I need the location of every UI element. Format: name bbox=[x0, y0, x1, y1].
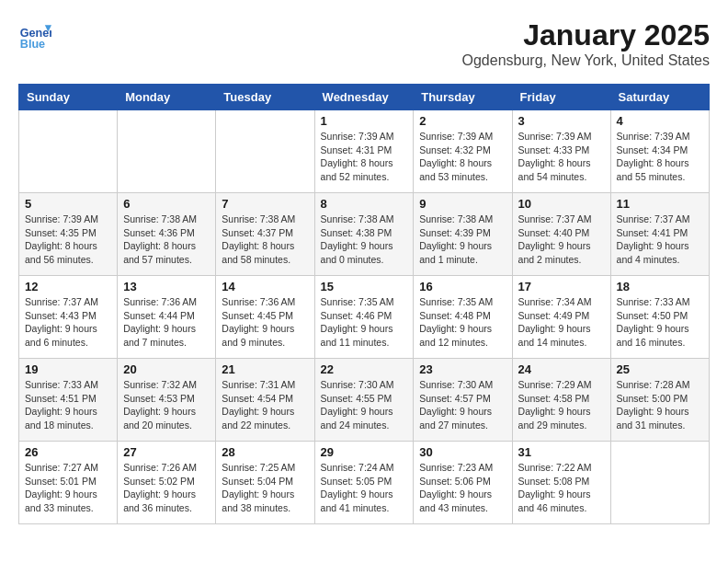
day-number: 22 bbox=[321, 362, 408, 376]
day-info: Sunrise: 7:39 AM Sunset: 4:33 PM Dayligh… bbox=[518, 130, 605, 184]
day-info: Sunrise: 7:31 AM Sunset: 4:54 PM Dayligh… bbox=[222, 378, 308, 432]
day-number: 18 bbox=[617, 280, 703, 293]
day-number: 4 bbox=[617, 114, 703, 128]
day-number: 16 bbox=[419, 280, 506, 293]
calendar-cell: 27Sunrise: 7:26 AM Sunset: 5:02 PM Dayli… bbox=[118, 442, 216, 524]
calendar-week-2: 5Sunrise: 7:39 AM Sunset: 4:35 PM Daylig… bbox=[19, 193, 710, 276]
day-info: Sunrise: 7:30 AM Sunset: 4:57 PM Dayligh… bbox=[419, 378, 506, 432]
day-number: 8 bbox=[321, 197, 408, 211]
calendar-cell: 4Sunrise: 7:39 AM Sunset: 4:34 PM Daylig… bbox=[610, 110, 709, 193]
day-number: 21 bbox=[222, 362, 308, 376]
calendar-cell: 13Sunrise: 7:36 AM Sunset: 4:44 PM Dayli… bbox=[118, 276, 216, 359]
header-sunday: Sunday bbox=[19, 85, 118, 110]
calendar-cell: 11Sunrise: 7:37 AM Sunset: 4:41 PM Dayli… bbox=[610, 193, 709, 276]
calendar-cell: 6Sunrise: 7:38 AM Sunset: 4:36 PM Daylig… bbox=[118, 193, 216, 276]
calendar-week-4: 19Sunrise: 7:33 AM Sunset: 4:51 PM Dayli… bbox=[19, 359, 710, 442]
day-info: Sunrise: 7:36 AM Sunset: 4:45 PM Dayligh… bbox=[222, 295, 308, 350]
calendar-cell: 18Sunrise: 7:33 AM Sunset: 4:50 PM Dayli… bbox=[610, 276, 709, 359]
calendar-cell bbox=[19, 110, 118, 193]
day-info: Sunrise: 7:37 AM Sunset: 4:41 PM Dayligh… bbox=[617, 213, 703, 267]
day-info: Sunrise: 7:25 AM Sunset: 5:04 PM Dayligh… bbox=[222, 461, 308, 515]
header-monday: Monday bbox=[118, 85, 216, 110]
header-saturday: Saturday bbox=[610, 85, 709, 110]
day-number: 27 bbox=[123, 445, 210, 459]
day-number: 15 bbox=[321, 280, 408, 293]
day-info: Sunrise: 7:38 AM Sunset: 4:38 PM Dayligh… bbox=[321, 213, 408, 267]
day-number: 13 bbox=[123, 280, 210, 293]
title-block: January 2025 Ogdensburg, New York, Unite… bbox=[462, 18, 711, 69]
calendar-cell: 16Sunrise: 7:35 AM Sunset: 4:48 PM Dayli… bbox=[414, 276, 512, 359]
day-info: Sunrise: 7:28 AM Sunset: 5:00 PM Dayligh… bbox=[617, 378, 703, 432]
calendar-cell: 25Sunrise: 7:28 AM Sunset: 5:00 PM Dayli… bbox=[610, 359, 709, 442]
day-number: 10 bbox=[518, 197, 605, 211]
calendar-cell bbox=[118, 110, 216, 193]
day-number: 6 bbox=[123, 197, 210, 211]
day-number: 20 bbox=[123, 362, 210, 376]
calendar-cell: 29Sunrise: 7:24 AM Sunset: 5:05 PM Dayli… bbox=[314, 442, 414, 524]
calendar-week-1: 1Sunrise: 7:39 AM Sunset: 4:31 PM Daylig… bbox=[19, 110, 710, 193]
day-number: 5 bbox=[25, 197, 111, 211]
day-info: Sunrise: 7:24 AM Sunset: 5:05 PM Dayligh… bbox=[321, 461, 408, 515]
day-number: 23 bbox=[419, 362, 506, 376]
day-number: 17 bbox=[518, 280, 605, 293]
day-info: Sunrise: 7:29 AM Sunset: 4:58 PM Dayligh… bbox=[518, 378, 605, 432]
header-row: Sunday Monday Tuesday Wednesday Thursday… bbox=[19, 85, 710, 110]
calendar-cell: 3Sunrise: 7:39 AM Sunset: 4:33 PM Daylig… bbox=[512, 110, 610, 193]
header-tuesday: Tuesday bbox=[216, 85, 314, 110]
calendar-table: Sunday Monday Tuesday Wednesday Thursday… bbox=[18, 84, 710, 524]
day-info: Sunrise: 7:32 AM Sunset: 4:53 PM Dayligh… bbox=[123, 378, 210, 432]
day-number: 24 bbox=[518, 362, 605, 376]
day-number: 30 bbox=[419, 445, 506, 459]
calendar-cell bbox=[216, 110, 314, 193]
calendar-cell: 24Sunrise: 7:29 AM Sunset: 4:58 PM Dayli… bbox=[512, 359, 610, 442]
day-info: Sunrise: 7:36 AM Sunset: 4:44 PM Dayligh… bbox=[123, 295, 210, 350]
calendar-cell: 26Sunrise: 7:27 AM Sunset: 5:01 PM Dayli… bbox=[19, 442, 118, 524]
calendar-cell: 19Sunrise: 7:33 AM Sunset: 4:51 PM Dayli… bbox=[19, 359, 118, 442]
day-info: Sunrise: 7:33 AM Sunset: 4:51 PM Dayligh… bbox=[25, 378, 111, 432]
day-info: Sunrise: 7:35 AM Sunset: 4:46 PM Dayligh… bbox=[321, 295, 408, 350]
day-number: 25 bbox=[617, 362, 703, 376]
day-number: 14 bbox=[222, 280, 308, 293]
day-info: Sunrise: 7:22 AM Sunset: 5:08 PM Dayligh… bbox=[518, 461, 605, 515]
calendar-cell: 17Sunrise: 7:34 AM Sunset: 4:49 PM Dayli… bbox=[512, 276, 610, 359]
calendar-cell: 28Sunrise: 7:25 AM Sunset: 5:04 PM Dayli… bbox=[216, 442, 314, 524]
header-thursday: Thursday bbox=[414, 85, 512, 110]
calendar-cell: 30Sunrise: 7:23 AM Sunset: 5:06 PM Dayli… bbox=[414, 442, 512, 524]
day-number: 19 bbox=[25, 362, 111, 376]
day-info: Sunrise: 7:39 AM Sunset: 4:31 PM Dayligh… bbox=[321, 130, 408, 184]
day-info: Sunrise: 7:38 AM Sunset: 4:39 PM Dayligh… bbox=[419, 213, 506, 267]
day-info: Sunrise: 7:39 AM Sunset: 4:34 PM Dayligh… bbox=[617, 130, 703, 184]
calendar-week-5: 26Sunrise: 7:27 AM Sunset: 5:01 PM Dayli… bbox=[19, 442, 710, 524]
calendar-cell: 5Sunrise: 7:39 AM Sunset: 4:35 PM Daylig… bbox=[19, 193, 118, 276]
header-wednesday: Wednesday bbox=[314, 85, 414, 110]
day-info: Sunrise: 7:30 AM Sunset: 4:55 PM Dayligh… bbox=[321, 378, 408, 432]
page-header: General Blue January 2025 Ogdensburg, Ne… bbox=[18, 18, 710, 69]
header-friday: Friday bbox=[512, 85, 610, 110]
calendar-cell: 1Sunrise: 7:39 AM Sunset: 4:31 PM Daylig… bbox=[314, 110, 414, 193]
day-info: Sunrise: 7:38 AM Sunset: 4:37 PM Dayligh… bbox=[222, 213, 308, 267]
day-number: 1 bbox=[321, 114, 408, 128]
day-number: 9 bbox=[419, 197, 506, 211]
day-info: Sunrise: 7:33 AM Sunset: 4:50 PM Dayligh… bbox=[617, 295, 703, 350]
calendar-subtitle: Ogdensburg, New York, United States bbox=[462, 52, 711, 69]
day-info: Sunrise: 7:34 AM Sunset: 4:49 PM Dayligh… bbox=[518, 295, 605, 350]
calendar-title: January 2025 bbox=[462, 18, 711, 52]
day-info: Sunrise: 7:39 AM Sunset: 4:35 PM Dayligh… bbox=[25, 213, 111, 267]
day-info: Sunrise: 7:37 AM Sunset: 4:40 PM Dayligh… bbox=[518, 213, 605, 267]
calendar-cell: 23Sunrise: 7:30 AM Sunset: 4:57 PM Dayli… bbox=[414, 359, 512, 442]
calendar-cell: 15Sunrise: 7:35 AM Sunset: 4:46 PM Dayli… bbox=[314, 276, 414, 359]
day-number: 7 bbox=[222, 197, 308, 211]
calendar-cell: 2Sunrise: 7:39 AM Sunset: 4:32 PM Daylig… bbox=[414, 110, 512, 193]
calendar-cell: 21Sunrise: 7:31 AM Sunset: 4:54 PM Dayli… bbox=[216, 359, 314, 442]
day-number: 31 bbox=[518, 445, 605, 459]
calendar-cell: 10Sunrise: 7:37 AM Sunset: 4:40 PM Dayli… bbox=[512, 193, 610, 276]
day-number: 28 bbox=[222, 445, 308, 459]
calendar-header: Sunday Monday Tuesday Wednesday Thursday… bbox=[19, 85, 710, 110]
calendar-cell: 22Sunrise: 7:30 AM Sunset: 4:55 PM Dayli… bbox=[314, 359, 414, 442]
calendar-cell: 7Sunrise: 7:38 AM Sunset: 4:37 PM Daylig… bbox=[216, 193, 314, 276]
day-info: Sunrise: 7:26 AM Sunset: 5:02 PM Dayligh… bbox=[123, 461, 210, 515]
calendar-cell: 9Sunrise: 7:38 AM Sunset: 4:39 PM Daylig… bbox=[414, 193, 512, 276]
calendar-cell: 20Sunrise: 7:32 AM Sunset: 4:53 PM Dayli… bbox=[118, 359, 216, 442]
logo: General Blue bbox=[18, 18, 51, 52]
day-info: Sunrise: 7:35 AM Sunset: 4:48 PM Dayligh… bbox=[419, 295, 506, 350]
